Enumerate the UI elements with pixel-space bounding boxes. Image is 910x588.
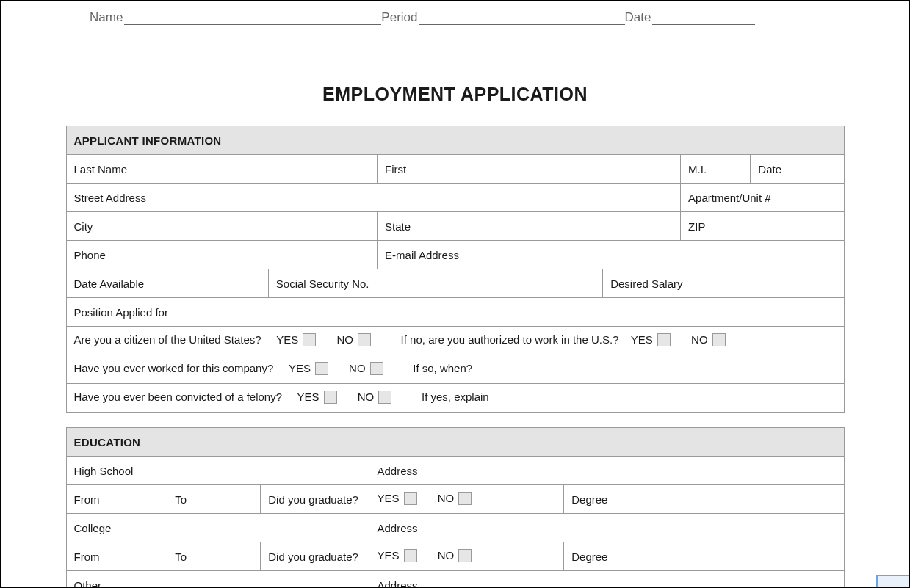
header-date-label: Date: [625, 10, 651, 25]
field-apartment[interactable]: Apartment/Unit #: [681, 184, 844, 212]
field-other[interactable]: Other: [66, 571, 369, 589]
col-grad-no-label: NO: [438, 549, 455, 562]
header-name-blank[interactable]: [124, 12, 381, 25]
field-city[interactable]: City: [66, 212, 378, 241]
field-date-available[interactable]: Date Available: [66, 269, 268, 298]
field-street-address[interactable]: Street Address: [66, 184, 681, 212]
header-date-blank[interactable]: [652, 12, 755, 25]
col-grad-no-checkbox[interactable]: [458, 549, 472, 562]
field-date[interactable]: Date: [751, 155, 844, 184]
field-col-to[interactable]: To: [167, 542, 261, 571]
resize-handle-icon[interactable]: [876, 575, 909, 587]
field-first-name[interactable]: First: [378, 155, 681, 184]
field-college[interactable]: College: [66, 514, 369, 542]
field-college-address[interactable]: Address: [369, 514, 844, 542]
field-col-from[interactable]: From: [66, 542, 167, 571]
header-line: Name Period Date: [90, 10, 820, 25]
citizen-question: Are you a citizen of the United States?: [74, 333, 261, 346]
label-hs-graduate: Did you graduate?: [261, 485, 369, 514]
field-ssn[interactable]: Social Security No.: [268, 269, 602, 298]
worked-no-label: NO: [349, 362, 366, 374]
felony-no-label: NO: [358, 391, 375, 403]
row-citizen: Are you a citizen of the United States? …: [66, 327, 844, 355]
header-period-blank[interactable]: [419, 12, 625, 25]
field-mi[interactable]: M.I.: [681, 155, 751, 184]
worked-yes-label: YES: [289, 362, 311, 374]
field-hs-to[interactable]: To: [167, 485, 261, 514]
label-col-graduate: Did you graduate?: [261, 542, 369, 571]
hs-grad-yes-checkbox[interactable]: [404, 492, 417, 505]
citizen-yes-label: YES: [276, 333, 298, 346]
worked-yes-checkbox[interactable]: [315, 362, 328, 375]
row-worked-company: Have you ever worked for this company? Y…: [66, 355, 844, 384]
citizen-yes-checkbox[interactable]: [303, 333, 316, 346]
felony-no-checkbox[interactable]: [378, 391, 391, 404]
field-hs-from[interactable]: From: [66, 485, 167, 514]
felony-question: Have you ever been convicted of a felony…: [74, 391, 283, 403]
row-felony: Have you ever been convicted of a felony…: [66, 384, 844, 413]
applicant-section-head: APPLICANT INFORMATION: [66, 126, 844, 155]
education-table: EDUCATION High School Address From To Di…: [66, 427, 845, 588]
field-state[interactable]: State: [378, 212, 681, 241]
felony-yes-label: YES: [297, 391, 319, 403]
field-zip[interactable]: ZIP: [681, 212, 844, 241]
field-hs-degree[interactable]: Degree: [564, 485, 844, 514]
felony-yes-checkbox[interactable]: [324, 391, 337, 404]
hs-grad-yes-label: YES: [377, 492, 399, 504]
hs-grad-no-label: NO: [438, 492, 455, 504]
field-last-name[interactable]: Last Name: [66, 155, 378, 184]
col-grad-yes-checkbox[interactable]: [404, 549, 417, 562]
document-title: EMPLOYMENT APPLICATION: [1, 84, 909, 105]
worked-no-checkbox[interactable]: [370, 362, 383, 375]
worked-question: Have you ever worked for this company?: [74, 362, 274, 374]
education-section-head: EDUCATION: [66, 428, 844, 457]
col-grad-yes-label: YES: [377, 549, 399, 562]
field-position[interactable]: Position Applied for: [66, 298, 844, 327]
applicant-info-table: APPLICANT INFORMATION Last Name First M.…: [66, 126, 845, 413]
field-email[interactable]: E-mail Address: [378, 241, 844, 269]
authorized-yes-checkbox[interactable]: [657, 333, 671, 346]
field-high-school[interactable]: High School: [66, 457, 369, 485]
field-highschool-address[interactable]: Address: [369, 457, 844, 485]
citizen-no-checkbox[interactable]: [358, 333, 371, 346]
felony-explain-label: If yes, explain: [422, 391, 489, 403]
cell-col-graduate-yn: YES NO: [369, 542, 564, 571]
field-phone[interactable]: Phone: [66, 241, 378, 269]
field-col-degree[interactable]: Degree: [564, 542, 844, 571]
document-page: Name Period Date EMPLOYMENT APPLICATION …: [0, 0, 910, 588]
authorized-no-label: NO: [691, 333, 708, 346]
cell-hs-graduate-yn: YES NO: [369, 485, 564, 514]
authorized-yes-label: YES: [631, 333, 653, 346]
header-period-label: Period: [381, 10, 417, 25]
hs-grad-no-checkbox[interactable]: [458, 492, 472, 505]
citizen-no-label: NO: [336, 333, 353, 346]
field-other-address[interactable]: Address: [369, 571, 844, 589]
header-name-label: Name: [90, 10, 123, 25]
worked-when-label: If so, when?: [413, 362, 472, 374]
field-desired-salary[interactable]: Desired Salary: [603, 269, 844, 298]
authorized-no-checkbox[interactable]: [712, 333, 726, 346]
authorized-question: If no, are you authorized to work in the…: [401, 333, 619, 346]
